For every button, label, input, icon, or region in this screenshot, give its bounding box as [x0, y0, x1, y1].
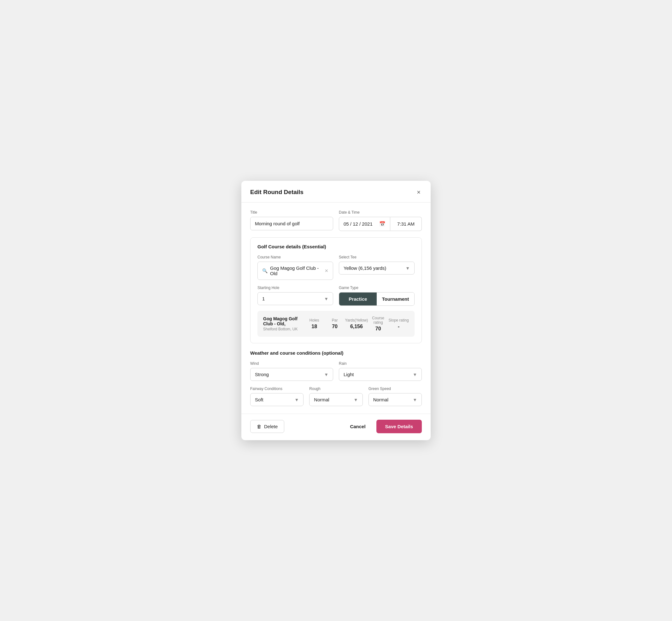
course-name-group: Course Name 🔍 Gog Magog Golf Club - Old … — [257, 255, 333, 280]
green-speed-label: Green Speed — [369, 386, 422, 391]
select-tee-dropdown[interactable]: Yellow (6,156 yards) ▼ — [339, 261, 415, 275]
green-speed-dropdown[interactable]: Normal ▼ — [369, 393, 422, 406]
golf-course-title: Golf Course details (Essential) — [257, 244, 415, 249]
chevron-down-icon-6: ▼ — [354, 397, 358, 402]
game-type-toggle: Practice Tournament — [339, 292, 415, 306]
edit-round-modal: Edit Round Details × Title Date & Time 0… — [241, 181, 431, 440]
slope-rating-stat: Slope rating - — [388, 318, 409, 329]
trash-icon: 🗑 — [257, 424, 261, 429]
rain-label: Rain — [339, 361, 422, 366]
wind-dropdown[interactable]: Strong ▼ — [250, 368, 333, 381]
conditions-row: Fairway Conditions Soft ▼ Rough Normal ▼… — [250, 386, 422, 406]
yards-label: Yards(Yellow) — [345, 318, 368, 323]
course-info-card: Gog Magog Golf Club - Old, Shelford Bott… — [257, 311, 415, 337]
date-time-row: 05 / 12 / 2021 📅 7:31 AM — [339, 217, 422, 231]
course-rating-label: Course rating — [368, 316, 388, 325]
rain-value: Light — [344, 372, 413, 377]
rain-group: Rain Light ▼ — [339, 361, 422, 381]
save-button[interactable]: Save Details — [376, 420, 422, 433]
rough-label: Rough — [309, 386, 363, 391]
practice-button[interactable]: Practice — [339, 292, 377, 305]
tournament-button[interactable]: Tournament — [377, 292, 414, 305]
date-input-wrap[interactable]: 05 / 12 / 2021 📅 — [339, 217, 390, 231]
weather-title: Weather and course conditions (optional) — [250, 350, 422, 356]
select-tee-label: Select Tee — [339, 255, 415, 259]
title-label: Title — [250, 210, 333, 215]
slope-rating-label: Slope rating — [388, 318, 409, 323]
holes-value: 18 — [311, 324, 317, 329]
fairway-label: Fairway Conditions — [250, 386, 303, 391]
datetime-group: Date & Time 05 / 12 / 2021 📅 7:31 AM — [339, 210, 422, 231]
fairway-value: Soft — [255, 397, 294, 402]
title-group: Title — [250, 210, 333, 231]
course-info-name: Gog Magog Golf Club - Old, — [263, 316, 304, 326]
select-tee-value: Yellow (6,156 yards) — [344, 265, 406, 271]
time-value: 7:31 AM — [397, 221, 415, 226]
course-tee-row: Course Name 🔍 Gog Magog Golf Club - Old … — [257, 255, 415, 280]
modal-title: Edit Round Details — [250, 189, 303, 196]
chevron-down-icon-3: ▼ — [324, 372, 328, 377]
starting-hole-label: Starting Hole — [257, 286, 333, 290]
green-speed-value: Normal — [373, 397, 413, 402]
yards-value: 6,156 — [350, 324, 363, 329]
cancel-button[interactable]: Cancel — [345, 420, 370, 432]
game-type-group: Game Type Practice Tournament — [339, 286, 415, 306]
wind-group: Wind Strong ▼ — [250, 361, 333, 381]
title-input[interactable] — [250, 217, 333, 230]
weather-section: Weather and course conditions (optional)… — [250, 350, 422, 406]
select-tee-group: Select Tee Yellow (6,156 yards) ▼ — [339, 255, 415, 280]
chevron-down-icon-2: ▼ — [324, 296, 328, 301]
course-rating-value: 70 — [375, 326, 381, 331]
starting-hole-dropdown[interactable]: 1 ▼ — [257, 292, 333, 305]
course-name-value: Gog Magog Golf Club - Old — [270, 265, 322, 276]
holes-label: Holes — [304, 318, 325, 323]
rough-value: Normal — [314, 397, 353, 402]
fairway-group: Fairway Conditions Soft ▼ — [250, 386, 303, 406]
chevron-down-icon: ▼ — [406, 266, 410, 271]
search-icon: 🔍 — [262, 268, 267, 273]
title-datetime-row: Title Date & Time 05 / 12 / 2021 📅 7:31 … — [250, 210, 422, 231]
date-value: 05 / 12 / 2021 — [344, 221, 379, 226]
close-button[interactable]: × — [416, 188, 422, 197]
wind-value: Strong — [255, 372, 324, 377]
chevron-down-icon-5: ▼ — [294, 397, 299, 402]
footer-right-actions: Cancel Save Details — [345, 420, 422, 433]
modal-body: Title Date & Time 05 / 12 / 2021 📅 7:31 … — [241, 203, 431, 414]
starting-hole-value: 1 — [262, 296, 324, 301]
game-type-label: Game Type — [339, 286, 415, 290]
rough-group: Rough Normal ▼ — [309, 386, 363, 406]
wind-label: Wind — [250, 361, 333, 366]
wind-rain-row: Wind Strong ▼ Rain Light ▼ — [250, 361, 422, 381]
clear-icon[interactable]: ✕ — [325, 268, 328, 273]
calendar-icon: 📅 — [379, 221, 385, 227]
chevron-down-icon-7: ▼ — [413, 397, 417, 402]
rain-dropdown[interactable]: Light ▼ — [339, 368, 422, 381]
course-name-input-wrap[interactable]: 🔍 Gog Magog Golf Club - Old ✕ — [257, 261, 333, 280]
golf-course-section: Golf Course details (Essential) Course N… — [250, 237, 422, 343]
course-par-stat: Par 70 — [325, 318, 345, 329]
course-yards-stat: Yards(Yellow) 6,156 — [345, 318, 368, 329]
modal-footer: 🗑 Delete Cancel Save Details — [241, 414, 431, 440]
course-rating-stat: Course rating 70 — [368, 316, 388, 332]
par-value: 70 — [332, 324, 338, 329]
fairway-dropdown[interactable]: Soft ▼ — [250, 393, 303, 406]
par-label: Par — [325, 318, 345, 323]
course-name-label: Course Name — [257, 255, 333, 259]
course-holes-stat: Holes 18 — [304, 318, 325, 329]
delete-label: Delete — [264, 424, 278, 429]
datetime-label: Date & Time — [339, 210, 422, 215]
chevron-down-icon-4: ▼ — [413, 372, 417, 377]
rough-dropdown[interactable]: Normal ▼ — [309, 393, 363, 406]
course-info-name-block: Gog Magog Golf Club - Old, Shelford Bott… — [263, 316, 304, 331]
time-input-wrap[interactable]: 7:31 AM — [390, 217, 422, 231]
starting-hole-group: Starting Hole 1 ▼ — [257, 286, 333, 306]
green-speed-group: Green Speed Normal ▼ — [369, 386, 422, 406]
hole-gametype-row: Starting Hole 1 ▼ Game Type Practice Tou… — [257, 286, 415, 306]
delete-button[interactable]: 🗑 Delete — [250, 420, 284, 433]
course-info-location: Shelford Bottom, UK — [263, 327, 304, 331]
slope-rating-value: - — [398, 324, 400, 329]
modal-header: Edit Round Details × — [241, 181, 431, 203]
